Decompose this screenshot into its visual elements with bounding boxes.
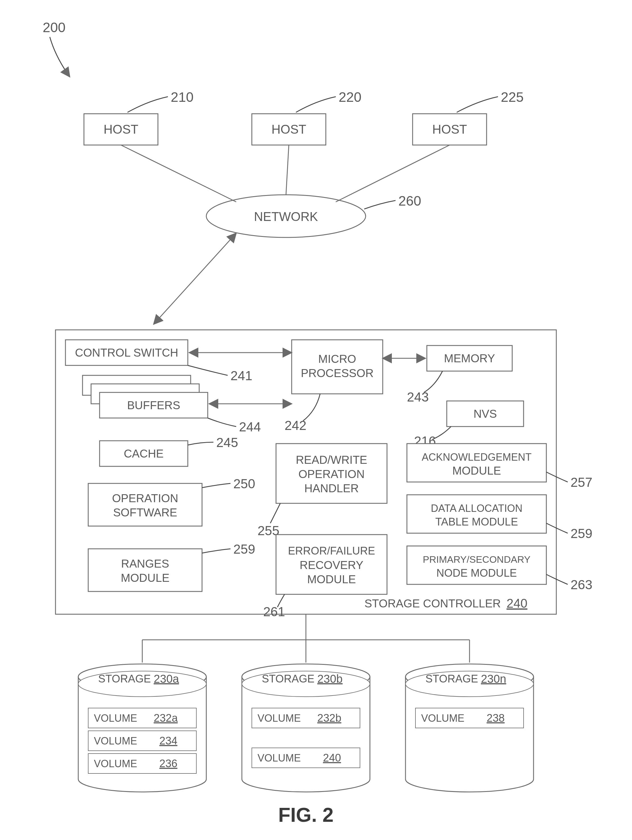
dat-ref: 259 xyxy=(570,526,592,541)
vol-2b-label: VOLUME xyxy=(258,752,301,764)
storage-label-3: STORAGE xyxy=(425,673,478,685)
vol-2a-label: VOLUME xyxy=(258,712,301,724)
host-label-1: HOST xyxy=(104,122,138,136)
host-label-3: HOST xyxy=(432,122,467,136)
ranges-lead xyxy=(202,549,230,553)
ack-lead xyxy=(546,472,568,482)
vol-3a-label: VOLUME xyxy=(421,712,464,724)
rw-l2: OPERATION xyxy=(298,468,365,480)
vol-1b-ref: 234 xyxy=(159,735,177,747)
network-lead xyxy=(364,201,396,209)
storage-ref-1: 230a xyxy=(154,673,179,685)
ps-l1: PRIMARY/SECONDARY xyxy=(423,554,531,565)
memory-ref: 243 xyxy=(407,390,429,404)
host-lead-3 xyxy=(457,97,498,112)
memory-lead xyxy=(424,371,442,392)
op-software-ref: 250 xyxy=(233,476,255,491)
vol-1b-label: VOLUME xyxy=(94,735,137,747)
ps-lead xyxy=(546,575,568,584)
host-lead-1 xyxy=(127,97,168,112)
vol-1c-ref: 236 xyxy=(159,758,177,769)
ranges-l1: RANGES xyxy=(121,557,169,570)
control-switch-label: CONTROL SWITCH xyxy=(75,346,178,359)
err-ref: 261 xyxy=(263,604,285,619)
buffers-lead xyxy=(208,418,236,426)
vol-1a-label: VOLUME xyxy=(94,712,137,724)
host-ref-2: 220 xyxy=(339,90,361,105)
vol-1c-label: VOLUME xyxy=(94,758,137,769)
ranges-ref: 259 xyxy=(233,542,255,556)
err-l2: RECOVERY xyxy=(299,559,363,571)
dat-l2: TABLE MODULE xyxy=(436,516,518,528)
op-software-box xyxy=(88,483,202,526)
micro-ref: 242 xyxy=(285,418,306,433)
op-software-l1: OPERATION xyxy=(112,492,178,504)
micro-l2: PROCESSOR xyxy=(301,367,374,379)
vol-1a-ref: 232a xyxy=(154,712,178,724)
rw-l3: HANDLER xyxy=(304,482,358,494)
ack-l1: ACKNOWLEDGEMENT xyxy=(422,451,532,463)
ranges-box xyxy=(88,549,202,592)
dat-lead xyxy=(546,523,568,533)
conn-net-controller xyxy=(154,233,236,324)
controller-ref: 240 xyxy=(507,596,527,610)
storage-ref-3: 230n xyxy=(481,673,506,685)
buffers-label: BUFFERS xyxy=(127,399,181,412)
host-ref-3: 225 xyxy=(501,90,524,105)
rw-l1: READ/WRITE xyxy=(296,453,367,466)
figure-ref: 200 xyxy=(43,20,65,35)
network-label: NETWORK xyxy=(254,210,318,224)
ack-ref: 257 xyxy=(570,475,592,489)
op-software-lead xyxy=(202,483,230,488)
conn-host1-net xyxy=(121,145,236,202)
network-ref: 260 xyxy=(398,193,421,208)
vol-2b-ref: 240 xyxy=(323,752,341,764)
storage-label-2: STORAGE xyxy=(262,673,314,685)
storage-ref-2: 230b xyxy=(317,673,343,685)
buffers-ref: 244 xyxy=(239,420,261,434)
control-switch-ref: 241 xyxy=(230,368,252,383)
micro-l1: MICRO xyxy=(318,353,356,365)
ranges-l2: MODULE xyxy=(120,572,169,584)
conn-host2-net xyxy=(286,145,289,195)
ps-ref: 263 xyxy=(570,577,592,592)
op-software-l2: SOFTWARE xyxy=(113,506,177,519)
vol-3a-ref: 238 xyxy=(486,712,505,724)
ps-l2: NODE MODULE xyxy=(437,567,517,579)
control-switch-lead xyxy=(188,365,228,375)
cache-ref: 245 xyxy=(216,435,238,450)
err-l3: MODULE xyxy=(307,573,356,586)
conn-host3-net xyxy=(336,145,450,202)
figure-caption: FIG. 2 xyxy=(278,804,334,826)
host-ref-1: 210 xyxy=(171,90,193,105)
err-l1: ERROR/FAILURE xyxy=(288,545,375,557)
cache-label: CACHE xyxy=(124,447,164,460)
vol-2a-ref: 232b xyxy=(317,712,342,724)
controller-title: STORAGE CONTROLLER xyxy=(364,597,501,609)
host-label-2: HOST xyxy=(271,122,306,136)
storage-label-1: STORAGE xyxy=(98,673,151,685)
micro-lead xyxy=(303,394,320,421)
memory-label: MEMORY xyxy=(444,352,495,365)
nvs-label: NVS xyxy=(474,407,497,420)
cache-lead xyxy=(188,442,214,445)
figure-arrow xyxy=(50,37,70,77)
host-lead-2 xyxy=(296,97,336,112)
ack-l2: MODULE xyxy=(452,464,501,477)
rw-lead xyxy=(270,503,280,523)
dat-l1: DATA ALLOCATION xyxy=(431,502,523,514)
